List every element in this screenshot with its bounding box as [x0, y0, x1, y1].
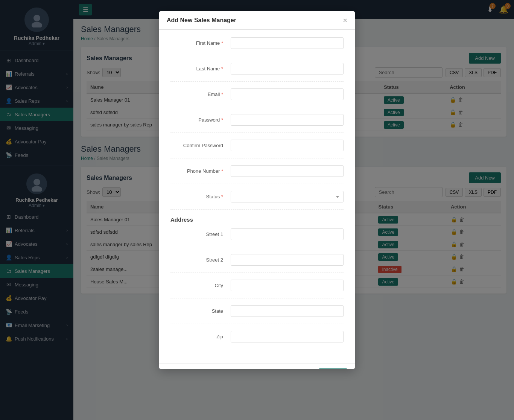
modal-body: First Name * Last Name * Email * Passwor…: [159, 30, 355, 364]
input-street1[interactable]: [231, 228, 344, 240]
form-row-email: Email *: [170, 88, 344, 107]
input-city[interactable]: [231, 280, 344, 291]
form-row-street1: Street 1: [170, 228, 344, 247]
form-row-confirm-password: Confirm Password: [170, 140, 344, 158]
modal-close-button[interactable]: ×: [343, 17, 347, 24]
label-city: City: [170, 283, 231, 288]
modal-footer: Save: [159, 364, 355, 369]
label-state: State: [170, 308, 231, 314]
form-row-city: City: [170, 280, 344, 298]
input-email[interactable]: [231, 88, 344, 100]
form-row-status: Status * Active Inactive: [170, 191, 344, 210]
form-row-last-name: Last Name *: [170, 63, 344, 82]
modal-header: Add New Sales Manager ×: [159, 11, 355, 30]
label-zip: Zip: [170, 334, 231, 339]
label-phone: Phone Number *: [170, 168, 231, 174]
modal: Add New Sales Manager × First Name * Las…: [159, 11, 355, 369]
input-phone[interactable]: [231, 165, 344, 177]
input-first-name[interactable]: [231, 37, 344, 49]
form-row-zip: Zip: [170, 331, 344, 349]
form-row-first-name: First Name *: [170, 37, 344, 56]
label-last-name: Last Name *: [170, 66, 231, 72]
modal-title: Add New Sales Manager: [167, 17, 236, 24]
form-row-street2: Street 2: [170, 254, 344, 273]
form-row-password: Password *: [170, 114, 344, 133]
address-section-label: Address: [170, 216, 344, 223]
select-status[interactable]: Active Inactive: [231, 191, 344, 202]
modal-overlay: Add New Sales Manager × First Name * Las…: [0, 0, 514, 420]
label-street1: Street 1: [170, 231, 231, 237]
label-confirm-password: Confirm Password: [170, 143, 231, 148]
label-password: Password *: [170, 117, 231, 123]
form-row-phone: Phone Number *: [170, 165, 344, 184]
label-status: Status *: [170, 194, 231, 199]
form-row-state: State: [170, 305, 344, 324]
input-password[interactable]: [231, 114, 344, 126]
input-street2[interactable]: [231, 254, 344, 266]
input-state[interactable]: [231, 305, 344, 317]
save-button[interactable]: Save: [319, 368, 347, 369]
input-confirm-password[interactable]: [231, 140, 344, 151]
label-street2: Street 2: [170, 257, 231, 263]
input-last-name[interactable]: [231, 63, 344, 75]
input-zip[interactable]: [231, 331, 344, 342]
label-email: Email *: [170, 91, 231, 97]
label-first-name: First Name *: [170, 40, 231, 46]
